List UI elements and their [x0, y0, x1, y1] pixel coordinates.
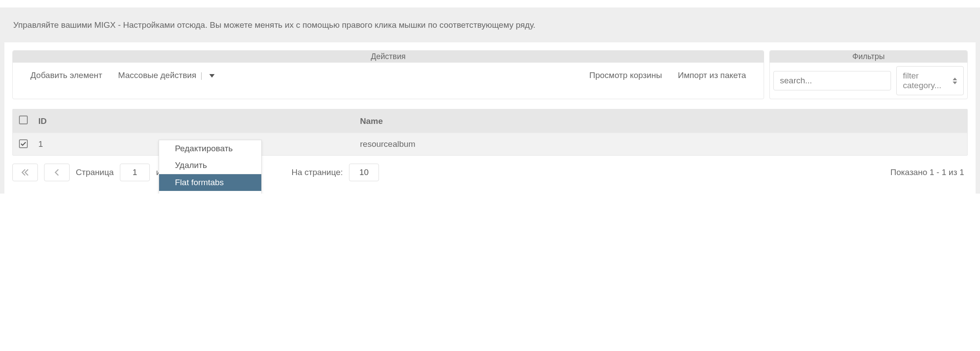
import-package-button[interactable]: Импорт из пакета	[670, 67, 754, 84]
page-input[interactable]	[120, 164, 150, 181]
description-text: Управляйте вашими MIGX - Настройками отс…	[0, 8, 980, 42]
toolbar: Действия Добавить элемент Массовые дейст…	[12, 50, 968, 99]
page-outer: Управляйте вашими MIGX - Настройками отс…	[0, 0, 980, 194]
actions-group: Действия Добавить элемент Массовые дейст…	[12, 50, 764, 99]
stepper-icon	[953, 78, 957, 84]
menu-item-delete[interactable]: Удалить	[159, 157, 261, 174]
filters-group: Фильтры filter category...	[769, 50, 968, 99]
actions-header: Действия	[13, 51, 764, 63]
search-input[interactable]	[773, 71, 891, 90]
filter-category-select[interactable]: filter category...	[896, 66, 964, 95]
per-page-input[interactable]	[349, 164, 379, 181]
actions-body: Добавить элемент Массовые действия | Про…	[13, 63, 764, 88]
data-table: ID Name 1 resourcealbum	[12, 109, 968, 156]
double-chevron-left-icon	[21, 168, 29, 176]
filters-body: filter category...	[770, 63, 967, 99]
context-menu: Редактировать Удалить Flat formtabs Реда…	[159, 140, 262, 194]
cell-name: resourcealbum	[356, 133, 967, 155]
chevron-left-icon	[53, 168, 61, 176]
pager: Страница из На странице: Показано 1 - 1 …	[12, 156, 968, 194]
menu-item-edit-row[interactable]: Редактировать ряд	[159, 191, 261, 194]
column-header-id[interactable]: ID	[35, 110, 356, 132]
menu-item-edit[interactable]: Редактировать	[159, 140, 261, 157]
bulk-actions-label: Массовые действия	[118, 71, 196, 80]
filter-category-label: filter category...	[903, 71, 953, 90]
add-item-button[interactable]: Добавить элемент	[22, 67, 110, 84]
select-all-cell	[13, 109, 35, 133]
first-page-button[interactable]	[12, 164, 38, 181]
table-header: ID Name	[13, 109, 967, 133]
view-trash-button[interactable]: Просмотр корзины	[581, 67, 670, 84]
tab-strip	[0, 0, 980, 8]
bulk-actions-button[interactable]: Массовые действия |	[110, 67, 223, 84]
select-all-checkbox[interactable]	[19, 116, 28, 124]
check-icon	[20, 141, 26, 147]
chevron-down-icon	[209, 74, 215, 78]
pager-status: Показано 1 - 1 из 1	[891, 168, 968, 177]
filters-header: Фильтры	[770, 51, 967, 63]
per-page-label: На странице:	[291, 168, 343, 177]
divider: |	[199, 71, 204, 80]
table-row[interactable]: 1 resourcealbum	[13, 133, 967, 155]
prev-page-button[interactable]	[44, 164, 70, 181]
menu-item-flat-formtabs[interactable]: Flat formtabs	[159, 174, 261, 191]
row-checkbox[interactable]	[19, 139, 28, 148]
page-label: Страница	[76, 168, 114, 177]
column-header-name[interactable]: Name	[356, 110, 967, 132]
main-panel: Действия Добавить элемент Массовые дейст…	[4, 42, 976, 194]
row-check-cell	[13, 133, 35, 155]
